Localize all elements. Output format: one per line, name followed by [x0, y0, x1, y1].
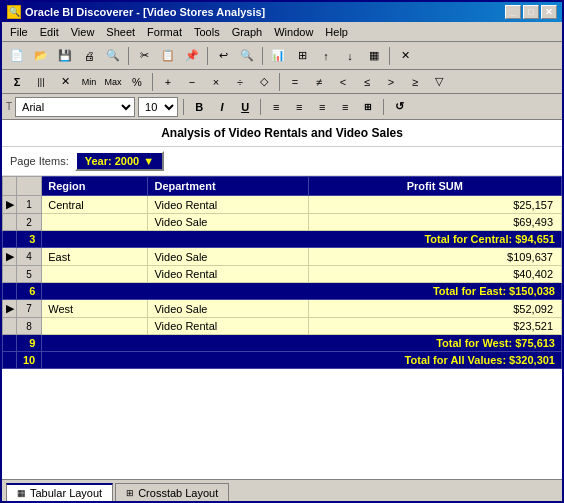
row-num-2: 2: [17, 214, 42, 231]
row-arrow-7: ▶: [3, 300, 17, 318]
title-bar-left: 🔍 Oracle BI Discoverer - [Video Stores A…: [7, 5, 265, 19]
menu-sheet[interactable]: Sheet: [100, 24, 141, 40]
menu-graph[interactable]: Graph: [226, 24, 269, 40]
cell-dept-7: Video Sale: [148, 300, 308, 318]
align-right-button[interactable]: ≡: [312, 97, 332, 117]
min-button[interactable]: Min: [78, 71, 100, 93]
main-window: 🔍 Oracle BI Discoverer - [Video Stores A…: [0, 0, 564, 503]
sum-button[interactable]: Σ: [6, 71, 28, 93]
menu-format[interactable]: Format: [141, 24, 188, 40]
percent-button[interactable]: %: [126, 71, 148, 93]
plus-button[interactable]: +: [157, 71, 179, 93]
find-button[interactable]: 🔍: [236, 45, 258, 67]
delete-button[interactable]: ✕: [54, 71, 76, 93]
menu-window[interactable]: Window: [268, 24, 319, 40]
page-items-bar: Page Items: Year: 2000 ▼: [2, 147, 562, 176]
grand-total-label: Total for All Values: $320,301: [42, 352, 562, 369]
menu-file[interactable]: File: [4, 24, 34, 40]
copy-button[interactable]: 📋: [157, 45, 179, 67]
row-arrow-5: [3, 266, 17, 283]
equals-button[interactable]: =: [284, 71, 306, 93]
divide-button[interactable]: ÷: [229, 71, 251, 93]
style-button[interactable]: ↺: [389, 97, 409, 117]
cell-profit-7: $52,092: [308, 300, 561, 318]
row-num-5: 5: [17, 266, 42, 283]
filter-button[interactable]: ▽: [428, 71, 450, 93]
sheet-title: Analysis of Video Rentals and Video Sale…: [2, 120, 562, 147]
fmt-sep2: [260, 99, 261, 115]
second-toolbar: Σ ||| ✕ Min Max % + − × ÷ ◇ = ≠ < ≤ > ≥ …: [2, 70, 562, 94]
max-button[interactable]: Max: [102, 71, 124, 93]
year-value: Year: 2000: [85, 155, 139, 167]
data-table: Region Department Profit SUM ▶ 1 Central…: [2, 176, 562, 369]
cell-dept-5: Video Rental: [148, 266, 308, 283]
calc-button[interactable]: |||: [30, 71, 52, 93]
greater-button[interactable]: >: [380, 71, 402, 93]
paste-button[interactable]: 📌: [181, 45, 203, 67]
menu-edit[interactable]: Edit: [34, 24, 65, 40]
align-justify-button[interactable]: ≡: [335, 97, 355, 117]
minus-button[interactable]: −: [181, 71, 203, 93]
close-button[interactable]: ✕: [541, 5, 557, 19]
sep6: [279, 73, 280, 91]
minimize-button[interactable]: _: [505, 5, 521, 19]
cell-profit-4: $109,637: [308, 248, 561, 266]
save-button[interactable]: 💾: [54, 45, 76, 67]
preview-button[interactable]: 🔍: [102, 45, 124, 67]
close2-button[interactable]: ✕: [394, 45, 416, 67]
open-button[interactable]: 📂: [30, 45, 52, 67]
multiply-button[interactable]: ×: [205, 71, 227, 93]
status-bar: ▦ Tabular Layout ⊞ Crosstab Layout: [2, 479, 562, 501]
menu-view[interactable]: View: [65, 24, 101, 40]
underline-button[interactable]: U: [235, 97, 255, 117]
sort-asc-button[interactable]: ↑: [315, 45, 337, 67]
tab-crosstab-label: Crosstab Layout: [138, 487, 218, 499]
cell-dept-8: Video Rental: [148, 318, 308, 335]
tab-tabular[interactable]: ▦ Tabular Layout: [6, 483, 113, 501]
table-row: 2 Video Sale $69,493: [3, 214, 562, 231]
lesseq-button[interactable]: ≤: [356, 71, 378, 93]
wrap-button[interactable]: ⊞: [358, 97, 378, 117]
pivot-button[interactable]: ⊞: [291, 45, 313, 67]
table-container: Region Department Profit SUM ▶ 1 Central…: [2, 176, 562, 479]
tab-tabular-label: Tabular Layout: [30, 487, 102, 499]
less-button[interactable]: <: [332, 71, 354, 93]
menu-bar: File Edit View Sheet Format Tools Graph …: [2, 22, 562, 42]
sort-desc-button[interactable]: ↓: [339, 45, 361, 67]
font-size-selector[interactable]: 10: [138, 97, 178, 117]
sep4: [389, 47, 390, 65]
new-button[interactable]: 📄: [6, 45, 28, 67]
year-dropdown[interactable]: Year: 2000 ▼: [75, 151, 164, 171]
undo-button[interactable]: ↩: [212, 45, 234, 67]
total-row-west: 9 Total for West: $75,613: [3, 335, 562, 352]
sep2: [207, 47, 208, 65]
row-num-1: 1: [17, 196, 42, 214]
row-arrow-8: [3, 318, 17, 335]
italic-button[interactable]: I: [212, 97, 232, 117]
table-row: ▶ 7 West Video Sale $52,092: [3, 300, 562, 318]
font-type-icon: T: [6, 101, 12, 112]
format-button[interactable]: ▦: [363, 45, 385, 67]
bold-button[interactable]: B: [189, 97, 209, 117]
title-controls: _ □ ✕: [505, 5, 557, 19]
align-left-button[interactable]: ≡: [266, 97, 286, 117]
tab-crosstab[interactable]: ⊞ Crosstab Layout: [115, 483, 229, 501]
cut-button[interactable]: ✂: [133, 45, 155, 67]
cell-dept-2: Video Sale: [148, 214, 308, 231]
table-row: ▶ 1 Central Video Rental $25,157: [3, 196, 562, 214]
table-row: ▶ 4 East Video Sale $109,637: [3, 248, 562, 266]
menu-help[interactable]: Help: [319, 24, 354, 40]
maximize-button[interactable]: □: [523, 5, 539, 19]
greatereq-button[interactable]: ≥: [404, 71, 426, 93]
tabular-icon: ▦: [17, 488, 26, 498]
font-selector[interactable]: Arial: [15, 97, 135, 117]
total-row-east: 6 Total for East: $150,038: [3, 283, 562, 300]
table-row: 8 Video Rental $23,521: [3, 318, 562, 335]
align-center-button[interactable]: ≡: [289, 97, 309, 117]
print-button[interactable]: 🖨: [78, 45, 100, 67]
menu-tools[interactable]: Tools: [188, 24, 226, 40]
notequal-button[interactable]: ≠: [308, 71, 330, 93]
grand-total-row: 10 Total for All Values: $320,301: [3, 352, 562, 369]
eraser-button[interactable]: ◇: [253, 71, 275, 93]
chart-button[interactable]: 📊: [267, 45, 289, 67]
